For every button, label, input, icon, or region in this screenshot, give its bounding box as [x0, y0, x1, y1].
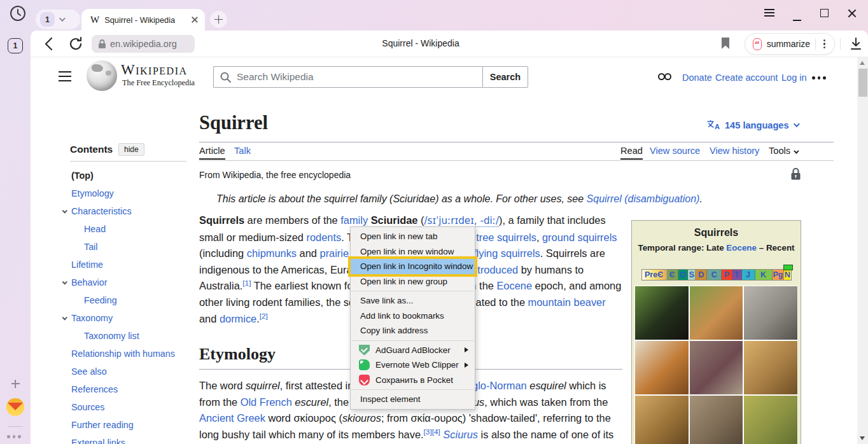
tab-view-source[interactable]: View source [650, 146, 700, 156]
rail-tab-count-badge[interactable]: 1 [8, 38, 23, 53]
timeline-neogene[interactable]: N [784, 270, 790, 280]
toc-item-further-reading[interactable]: Further reading [57, 416, 204, 434]
rail-more-icon[interactable] [7, 435, 21, 438]
summarize-chip[interactable]: “ summarize [745, 33, 835, 55]
context-menu: Open link in new tab Open link in new wi… [350, 226, 475, 410]
toc-item-top[interactable]: (Top) [57, 167, 204, 184]
page-scrollbar[interactable] [857, 57, 868, 444]
tab-article[interactable]: Article [199, 146, 225, 156]
timeline-jurassic[interactable]: J [742, 270, 755, 280]
tab-talk[interactable]: Talk [234, 146, 251, 156]
chevron-down-icon[interactable] [59, 15, 66, 22]
create-account-link[interactable]: Create account [715, 73, 778, 83]
chevron-down-icon[interactable] [57, 316, 71, 320]
log-in-link[interactable]: Log in [781, 73, 807, 83]
maximize-button[interactable] [820, 7, 829, 17]
menu-item-open-new-tab[interactable]: Open link in new tab [351, 229, 475, 244]
tab-read[interactable]: Read [620, 146, 643, 156]
menu-item-save-to-pocket[interactable]: Сохранить в Pocket [351, 373, 475, 388]
menu-item-inspect-element[interactable]: Inspect element [351, 392, 475, 407]
toc-hide-button[interactable]: hide [118, 143, 144, 156]
toc-item-see-also[interactable]: See also [57, 363, 204, 380]
wikipedia-globe-logo[interactable] [87, 60, 117, 91]
scroll-up-icon[interactable] [860, 61, 865, 65]
timeline-triassic[interactable]: T [732, 270, 741, 280]
toc-item-lifetime[interactable]: Lifetime [57, 256, 204, 274]
photo-black-giant-squirrel[interactable] [635, 286, 689, 340]
chevron-down-icon[interactable] [57, 209, 71, 213]
menu-item-open-new-window[interactable]: Open link in new window [351, 244, 475, 260]
toc-item-head[interactable]: Head [57, 220, 204, 238]
timeline-ordovician[interactable]: O [678, 270, 688, 280]
toc-item-etymology[interactable]: Etymology [57, 184, 204, 202]
active-tab[interactable]: W Squirrel - Wikipedia [81, 9, 205, 31]
taxobox-title: Squirrels [634, 223, 798, 239]
menu-item-save-link-as[interactable]: Save link as... [351, 293, 475, 309]
search-input[interactable] [213, 66, 482, 88]
timeline-permian[interactable]: P [722, 270, 732, 280]
tab-view-history[interactable]: View history [710, 146, 759, 156]
toc-item-taxonomy[interactable]: Taxonomy [57, 309, 204, 327]
new-tab-button[interactable] [210, 11, 227, 28]
menu-item-add-link-to-bookmarks[interactable]: Add link to bookmarks [351, 309, 475, 324]
donate-link[interactable]: Donate [682, 73, 712, 83]
wikipedia-wordmark[interactable]: Wikipedia [121, 62, 188, 78]
toc-item-references[interactable]: References [57, 380, 204, 398]
appearance-glasses-icon[interactable] [658, 73, 671, 80]
wikipedia-page: Wikipedia The Free Encyclopedia Search D… [31, 57, 857, 444]
toc-item-taxonomy-list[interactable]: Taxonomy list [57, 327, 204, 345]
photo-marmots[interactable] [690, 396, 743, 444]
toc-item-tail[interactable]: Tail [57, 238, 204, 256]
menu-item-open-incognito-window[interactable]: Open link in Incognito window [351, 259, 475, 274]
photo-prairie-dogs[interactable] [744, 396, 797, 444]
menu-item-copy-link-address[interactable]: Copy link address [351, 323, 475, 338]
tab-group-chip[interactable]: 1 [36, 10, 80, 29]
tab-tools[interactable]: Tools [769, 146, 797, 156]
photo-standing-ground-squirrels[interactable] [635, 396, 689, 444]
yandex-mail-icon[interactable] [6, 398, 24, 416]
toc-item-behavior[interactable]: Behavior [57, 274, 204, 291]
timeline-paleogene[interactable]: Pg [773, 270, 784, 280]
photo-golden-ground-squirrel[interactable] [744, 341, 797, 394]
photo-gray-squirrel[interactable] [744, 286, 797, 340]
toc-item-feeding[interactable]: Feeding [57, 291, 204, 309]
menu-item-evernote-clipper[interactable]: Evernote Web Clipper [351, 357, 475, 373]
toc-item-external-links[interactable]: External links [57, 434, 204, 444]
url-bar[interactable]: en.wikipedia.org [92, 35, 195, 53]
chevron-down-icon[interactable] [57, 281, 71, 284]
toc-item-characteristics[interactable]: Characteristics [57, 202, 204, 220]
tab-close-icon[interactable] [191, 16, 199, 24]
search-button[interactable]: Search [482, 66, 528, 88]
kebab-menu-icon[interactable] [821, 37, 828, 52]
photo-chipmunk[interactable] [690, 286, 743, 340]
close-window-button[interactable] [847, 7, 857, 18]
toc-item-relationship-with-humans[interactable]: Relationship with humans [57, 345, 204, 363]
wiki-menu-icon[interactable] [59, 71, 71, 85]
reload-icon[interactable] [67, 36, 84, 52]
photo-ground-squirrel[interactable] [690, 341, 743, 394]
photo-fox-squirrel[interactable] [635, 341, 689, 394]
menu-item-adguard[interactable]: AdGuard AdBlocker [351, 343, 475, 358]
download-icon[interactable] [849, 36, 863, 52]
scroll-down-icon[interactable] [860, 436, 865, 440]
back-icon[interactable] [41, 36, 57, 52]
timeline-cambrian[interactable]: Є [667, 270, 678, 280]
bookmark-icon[interactable] [720, 36, 732, 50]
scrollbar-thumb[interactable] [858, 69, 867, 97]
language-selector[interactable]: A 145 languages [706, 120, 798, 130]
adguard-icon [359, 345, 370, 356]
timeline-precambrian[interactable]: PreЄ [642, 270, 667, 280]
toc-item-sources[interactable]: Sources [57, 398, 204, 416]
search-icon [220, 71, 232, 83]
menu-item-open-new-group[interactable]: Open link in new group [351, 274, 475, 289]
chevron-down-icon[interactable] [794, 121, 800, 127]
history-clock-icon[interactable] [9, 4, 27, 22]
rail-add-button[interactable] [7, 375, 24, 392]
timeline-carboniferous[interactable]: C [707, 270, 722, 280]
page-protection-lock-icon[interactable] [790, 167, 801, 181]
timeline-cretaceous[interactable]: K [755, 270, 773, 280]
timeline-devonian[interactable]: D [696, 270, 707, 280]
browser-menu-icon[interactable] [764, 7, 774, 18]
header-more-icon[interactable] [812, 76, 826, 80]
timeline-silurian[interactable]: S [688, 270, 696, 280]
